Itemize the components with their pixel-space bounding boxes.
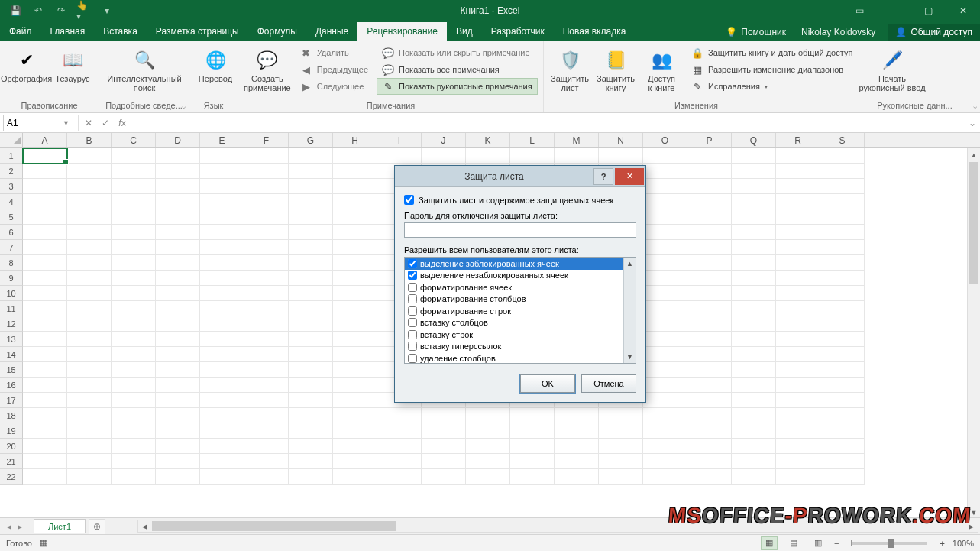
cell[interactable] [333,209,377,225]
cell[interactable] [244,164,289,179]
show-all-comments-button[interactable]: 💬Показать все примечания [377,61,538,78]
cell[interactable] [333,362,377,378]
cell[interactable] [67,271,112,286]
cell[interactable] [687,164,732,179]
show-hide-comment-button[interactable]: 💬Показать или скрыть примечание [377,44,538,61]
macro-record-icon[interactable]: ▦ [40,538,47,548]
cell[interactable] [820,423,865,439]
row-header[interactable]: 16 [0,378,23,393]
cell[interactable] [244,209,289,225]
tab-файл[interactable]: Файл [0,22,41,41]
cell[interactable] [732,347,776,362]
cell[interactable] [67,362,112,378]
permission-item[interactable]: выделение незаблокированных ячеек [405,270,623,282]
cell[interactable] [244,439,289,454]
cell[interactable] [112,164,156,179]
vertical-scrollbar[interactable]: ▲ ▼ [967,148,980,519]
cell[interactable] [377,408,422,423]
row-header[interactable]: 2 [0,164,23,179]
cell[interactable] [466,408,510,423]
cell[interactable] [244,469,289,485]
cell[interactable] [333,286,377,301]
cell[interactable] [643,271,687,286]
cell[interactable] [466,454,510,469]
checkbox-input[interactable] [404,195,414,205]
cell[interactable] [555,423,599,439]
cell[interactable] [244,225,289,240]
cell[interactable] [732,316,776,332]
cell[interactable] [244,423,289,439]
cell[interactable] [156,301,200,316]
start-ink-button[interactable]: 🖊️Начать рукописный ввод [854,44,930,98]
cell[interactable] [820,240,865,255]
cell[interactable] [200,347,244,362]
cell[interactable] [732,408,776,423]
row-header[interactable]: 5 [0,209,23,225]
cell[interactable] [333,301,377,316]
cell[interactable] [643,393,687,408]
cell[interactable] [23,393,67,408]
cell[interactable] [244,255,289,271]
cell[interactable] [23,316,67,332]
permission-checkbox[interactable] [408,259,417,268]
cell[interactable] [510,469,555,485]
cell[interactable] [112,408,156,423]
undo-icon[interactable]: ↶ [31,3,46,18]
cell[interactable] [244,286,289,301]
cell[interactable] [67,393,112,408]
cell[interactable] [23,454,67,469]
cell[interactable] [643,255,687,271]
cell[interactable] [732,332,776,347]
new-comment-button[interactable]: 💬Создать примечание [243,44,292,98]
cell[interactable] [466,423,510,439]
cell[interactable] [289,362,333,378]
sheet-nav-last-icon[interactable]: ▸ [15,521,24,532]
cell[interactable] [244,454,289,469]
cell[interactable] [200,240,244,255]
cell[interactable] [289,469,333,485]
cell[interactable] [732,209,776,225]
cell[interactable] [333,454,377,469]
cell[interactable] [156,454,200,469]
permission-item[interactable]: вставку гиперссылок [405,341,623,353]
cell[interactable] [200,301,244,316]
cell[interactable] [112,209,156,225]
cell[interactable] [23,286,67,301]
cell[interactable] [776,423,820,439]
tab-формулы[interactable]: Формулы [248,22,306,41]
cell[interactable] [643,362,687,378]
cell[interactable] [555,148,599,164]
cell[interactable] [732,286,776,301]
cell[interactable] [776,362,820,378]
cell[interactable] [23,225,67,240]
cell[interactable] [200,454,244,469]
row-header[interactable]: 1 [0,148,23,164]
cell[interactable] [156,209,200,225]
cell[interactable] [289,439,333,454]
cell[interactable] [200,316,244,332]
cell[interactable] [156,194,200,209]
row-header[interactable]: 19 [0,423,23,439]
row-header[interactable]: 9 [0,271,23,286]
column-header[interactable]: D [156,133,200,147]
column-header[interactable]: K [466,133,510,147]
cell[interactable] [333,439,377,454]
cell[interactable] [289,393,333,408]
cell[interactable] [200,423,244,439]
cell[interactable] [289,164,333,179]
cell[interactable] [599,469,643,485]
cell[interactable] [687,393,732,408]
cell[interactable] [732,194,776,209]
cell[interactable] [289,408,333,423]
cell[interactable] [599,454,643,469]
cell[interactable] [687,225,732,240]
cell[interactable] [200,271,244,286]
zoom-in-button[interactable]: + [940,539,944,548]
cell[interactable] [732,393,776,408]
scroll-right-icon[interactable]: ▶ [965,520,978,532]
row-header[interactable]: 13 [0,332,23,347]
cell[interactable] [599,423,643,439]
column-header[interactable]: G [289,133,333,147]
column-header[interactable]: L [510,133,555,147]
cell[interactable] [67,255,112,271]
